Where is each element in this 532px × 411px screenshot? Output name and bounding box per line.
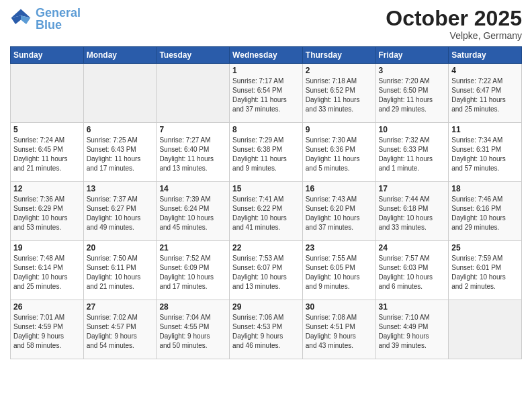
day-number: 8 <box>232 125 300 134</box>
day-info: Sunrise: 7:24 AM Sunset: 6:45 PM Dayligh… <box>13 136 81 173</box>
day-number: 29 <box>232 302 300 312</box>
calendar-cell: 24Sunrise: 7:57 AM Sunset: 6:03 PM Dayli… <box>375 241 449 300</box>
calendar-cell: 4Sunrise: 7:22 AM Sunset: 6:47 PM Daylig… <box>449 64 522 123</box>
header-row: Sunday Monday Tuesday Wednesday Thursday… <box>11 47 522 64</box>
logo-icon <box>10 8 32 30</box>
col-sunday: Sunday <box>11 47 84 64</box>
calendar-cell: 25Sunrise: 7:59 AM Sunset: 6:01 PM Dayli… <box>449 241 522 300</box>
day-number: 1 <box>232 66 300 75</box>
calendar-cell: 15Sunrise: 7:41 AM Sunset: 6:22 PM Dayli… <box>230 182 303 241</box>
calendar-week-2: 5Sunrise: 7:24 AM Sunset: 6:45 PM Daylig… <box>11 123 522 182</box>
day-number: 31 <box>379 302 446 312</box>
header: General Blue October 2025 Velpke, German… <box>10 7 522 41</box>
calendar-cell: 20Sunrise: 7:50 AM Sunset: 6:11 PM Dayli… <box>83 241 157 300</box>
day-number: 23 <box>306 243 373 253</box>
calendar-cell: 7Sunrise: 7:27 AM Sunset: 6:40 PM Daylig… <box>157 123 230 182</box>
day-info: Sunrise: 7:20 AM Sunset: 6:50 PM Dayligh… <box>379 77 446 114</box>
day-info: Sunrise: 7:52 AM Sunset: 6:09 PM Dayligh… <box>159 254 226 291</box>
logo: General Blue <box>10 7 81 31</box>
day-info: Sunrise: 7:17 AM Sunset: 6:54 PM Dayligh… <box>232 77 300 114</box>
day-info: Sunrise: 7:25 AM Sunset: 6:43 PM Dayligh… <box>87 136 154 173</box>
col-friday: Friday <box>375 47 449 64</box>
day-info: Sunrise: 7:02 AM Sunset: 4:57 PM Dayligh… <box>87 313 154 351</box>
day-info: Sunrise: 7:22 AM Sunset: 6:47 PM Dayligh… <box>451 77 519 114</box>
calendar-cell: 1Sunrise: 7:17 AM Sunset: 6:54 PM Daylig… <box>230 64 303 123</box>
calendar-body: 1Sunrise: 7:17 AM Sunset: 6:54 PM Daylig… <box>11 64 522 359</box>
day-number: 6 <box>87 125 154 134</box>
calendar-cell: 13Sunrise: 7:37 AM Sunset: 6:27 PM Dayli… <box>83 182 157 241</box>
day-info: Sunrise: 7:08 AM Sunset: 4:51 PM Dayligh… <box>306 313 373 351</box>
calendar-cell: 19Sunrise: 7:48 AM Sunset: 6:14 PM Dayli… <box>11 241 84 300</box>
logo-text: General Blue <box>36 7 81 31</box>
day-info: Sunrise: 7:34 AM Sunset: 6:31 PM Dayligh… <box>451 136 519 173</box>
day-number: 22 <box>232 243 300 253</box>
calendar-cell: 11Sunrise: 7:34 AM Sunset: 6:31 PM Dayli… <box>449 123 522 182</box>
day-number: 14 <box>159 184 226 193</box>
location: Velpke, Germany <box>386 30 522 41</box>
calendar-cell: 5Sunrise: 7:24 AM Sunset: 6:45 PM Daylig… <box>11 123 84 182</box>
logo-general: General <box>36 6 81 19</box>
day-number: 17 <box>379 184 446 193</box>
day-info: Sunrise: 7:39 AM Sunset: 6:24 PM Dayligh… <box>159 195 226 232</box>
day-number: 21 <box>159 243 226 253</box>
col-thursday: Thursday <box>302 47 375 64</box>
day-info: Sunrise: 7:50 AM Sunset: 6:11 PM Dayligh… <box>87 254 154 291</box>
col-tuesday: Tuesday <box>157 47 230 64</box>
day-number: 26 <box>13 302 81 312</box>
calendar-cell <box>83 64 157 123</box>
day-info: Sunrise: 7:48 AM Sunset: 6:14 PM Dayligh… <box>13 254 81 291</box>
day-number: 15 <box>232 184 300 193</box>
calendar-cell <box>157 64 230 123</box>
col-saturday: Saturday <box>449 47 522 64</box>
day-info: Sunrise: 7:44 AM Sunset: 6:18 PM Dayligh… <box>379 195 446 232</box>
calendar-cell: 16Sunrise: 7:43 AM Sunset: 6:20 PM Dayli… <box>302 182 375 241</box>
day-info: Sunrise: 7:29 AM Sunset: 6:38 PM Dayligh… <box>232 136 300 173</box>
col-wednesday: Wednesday <box>230 47 303 64</box>
day-number: 28 <box>159 302 226 312</box>
calendar-cell: 31Sunrise: 7:10 AM Sunset: 4:49 PM Dayli… <box>375 300 449 359</box>
calendar-cell: 9Sunrise: 7:30 AM Sunset: 6:36 PM Daylig… <box>302 123 375 182</box>
day-info: Sunrise: 7:37 AM Sunset: 6:27 PM Dayligh… <box>87 195 154 232</box>
calendar-week-1: 1Sunrise: 7:17 AM Sunset: 6:54 PM Daylig… <box>11 64 522 123</box>
calendar-cell: 6Sunrise: 7:25 AM Sunset: 6:43 PM Daylig… <box>83 123 157 182</box>
calendar-cell <box>11 64 84 123</box>
day-number: 30 <box>306 302 373 312</box>
calendar-cell: 12Sunrise: 7:36 AM Sunset: 6:29 PM Dayli… <box>11 182 84 241</box>
day-info: Sunrise: 7:06 AM Sunset: 4:53 PM Dayligh… <box>232 313 300 351</box>
page-container: General Blue October 2025 Velpke, German… <box>0 0 532 366</box>
day-number: 11 <box>451 125 519 134</box>
day-number: 4 <box>451 66 519 75</box>
day-info: Sunrise: 7:55 AM Sunset: 6:05 PM Dayligh… <box>306 254 373 291</box>
calendar-cell <box>449 300 522 359</box>
day-number: 12 <box>13 184 81 193</box>
logo-blue: Blue <box>36 18 62 32</box>
day-number: 20 <box>87 243 154 253</box>
calendar-cell: 14Sunrise: 7:39 AM Sunset: 6:24 PM Dayli… <box>157 182 230 241</box>
day-number: 3 <box>379 66 446 75</box>
day-number: 9 <box>306 125 373 134</box>
day-number: 10 <box>379 125 446 134</box>
calendar-table: Sunday Monday Tuesday Wednesday Thursday… <box>10 46 522 359</box>
day-number: 16 <box>306 184 373 193</box>
calendar-cell: 10Sunrise: 7:32 AM Sunset: 6:33 PM Dayli… <box>375 123 449 182</box>
day-number: 19 <box>13 243 81 253</box>
calendar-cell: 8Sunrise: 7:29 AM Sunset: 6:38 PM Daylig… <box>230 123 303 182</box>
calendar-cell: 30Sunrise: 7:08 AM Sunset: 4:51 PM Dayli… <box>302 300 375 359</box>
day-number: 5 <box>13 125 81 134</box>
day-info: Sunrise: 7:57 AM Sunset: 6:03 PM Dayligh… <box>379 254 446 291</box>
day-info: Sunrise: 7:27 AM Sunset: 6:40 PM Dayligh… <box>159 136 226 173</box>
day-number: 24 <box>379 243 446 253</box>
day-info: Sunrise: 7:53 AM Sunset: 6:07 PM Dayligh… <box>232 254 300 291</box>
day-info: Sunrise: 7:36 AM Sunset: 6:29 PM Dayligh… <box>13 195 81 232</box>
day-info: Sunrise: 7:46 AM Sunset: 6:16 PM Dayligh… <box>451 195 519 232</box>
col-monday: Monday <box>83 47 157 64</box>
day-info: Sunrise: 7:18 AM Sunset: 6:52 PM Dayligh… <box>306 77 373 114</box>
day-number: 27 <box>87 302 154 312</box>
day-info: Sunrise: 7:59 AM Sunset: 6:01 PM Dayligh… <box>451 254 519 291</box>
calendar-cell: 22Sunrise: 7:53 AM Sunset: 6:07 PM Dayli… <box>230 241 303 300</box>
calendar-week-4: 19Sunrise: 7:48 AM Sunset: 6:14 PM Dayli… <box>11 241 522 300</box>
calendar-week-3: 12Sunrise: 7:36 AM Sunset: 6:29 PM Dayli… <box>11 182 522 241</box>
day-info: Sunrise: 7:32 AM Sunset: 6:33 PM Dayligh… <box>379 136 446 173</box>
calendar-cell: 28Sunrise: 7:04 AM Sunset: 4:55 PM Dayli… <box>157 300 230 359</box>
calendar-cell: 3Sunrise: 7:20 AM Sunset: 6:50 PM Daylig… <box>375 64 449 123</box>
